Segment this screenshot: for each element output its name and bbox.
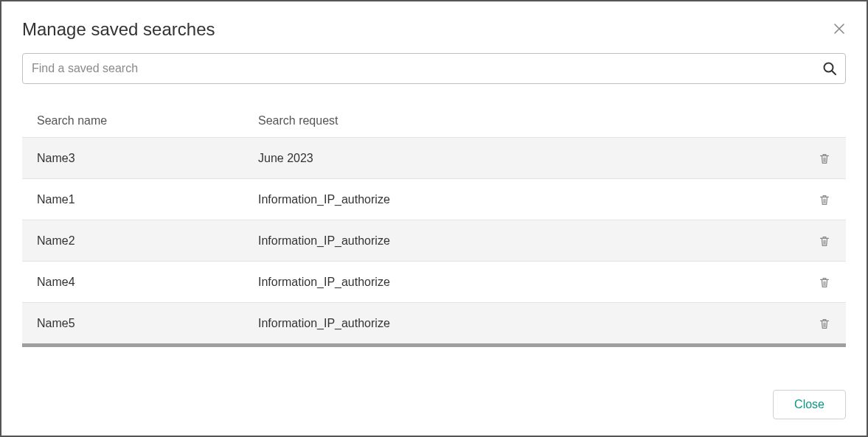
row-request: June 2023 — [258, 152, 802, 165]
trash-icon[interactable] — [818, 317, 831, 330]
table-row[interactable]: Name1Information_IP_authorize — [22, 178, 846, 220]
row-request: Information_IP_authorize — [258, 276, 802, 289]
row-request: Information_IP_authorize — [258, 317, 802, 330]
row-name: Name2 — [37, 234, 258, 248]
row-name: Name5 — [37, 317, 258, 330]
trash-icon[interactable] — [818, 234, 831, 248]
column-header-name: Search name — [37, 114, 258, 127]
table-row[interactable]: Name3June 2023 — [22, 137, 846, 178]
saved-searches-table: Search name Search request Name3June 202… — [22, 105, 846, 347]
svg-line-1 — [832, 71, 836, 74]
trash-icon[interactable] — [818, 152, 831, 165]
row-request: Information_IP_authorize — [258, 193, 802, 206]
column-header-request: Search request — [258, 114, 802, 127]
search-icon[interactable] — [822, 61, 837, 76]
table-row[interactable]: Name5Information_IP_authorize — [22, 302, 846, 343]
close-icon[interactable] — [833, 22, 846, 35]
row-request: Information_IP_authorize — [258, 234, 802, 248]
close-button[interactable]: Close — [773, 390, 846, 419]
trash-icon[interactable] — [818, 193, 831, 206]
table-row[interactable]: Name4Information_IP_authorize — [22, 261, 846, 302]
dialog-title: Manage saved searches — [22, 19, 215, 40]
row-name: Name1 — [37, 193, 258, 206]
trash-icon[interactable] — [818, 276, 831, 289]
manage-saved-searches-dialog: Manage saved searches Search name Search… — [0, 0, 868, 437]
row-name: Name3 — [37, 152, 258, 165]
search-input[interactable] — [22, 53, 846, 84]
row-name: Name4 — [37, 276, 258, 289]
table-row[interactable]: Name2Information_IP_authorize — [22, 220, 846, 261]
